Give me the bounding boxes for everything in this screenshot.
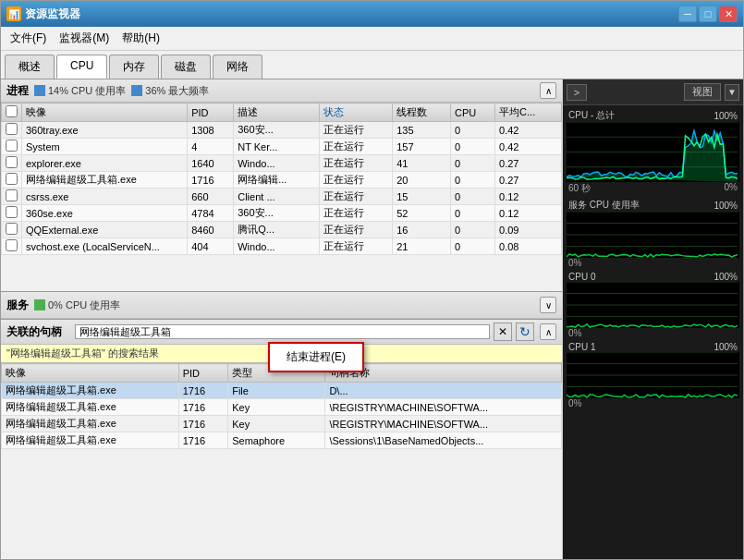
- col-desc[interactable]: 描述: [234, 103, 320, 122]
- process-collapse-button[interactable]: ∧: [540, 82, 556, 99]
- cpu0-chart: [567, 282, 739, 328]
- row-checkbox[interactable]: [2, 222, 22, 238]
- service-cpu-pct: 100%: [714, 201, 738, 211]
- row-h-image: 网络编辑超级工具箱.exe: [2, 432, 179, 449]
- row-checkbox[interactable]: [2, 238, 22, 255]
- col-pid[interactable]: PID: [188, 103, 234, 122]
- col-status[interactable]: 状态: [320, 103, 393, 122]
- menu-help[interactable]: 帮助(H): [116, 29, 165, 48]
- table-row[interactable]: 网络编辑超级工具箱.exe 1716 Key \REGISTRY\MACHINE…: [2, 399, 562, 416]
- cpu0-label: CPU 0: [568, 272, 595, 282]
- tab-disk[interactable]: 磁盘: [161, 55, 211, 79]
- search-clear-button[interactable]: ✕: [494, 323, 512, 341]
- col-h-pid[interactable]: PID: [178, 364, 227, 383]
- row-desc: NT Ker...: [234, 139, 320, 155]
- table-row[interactable]: System 4 NT Ker... 正在运行 157 0 0.42: [2, 139, 562, 155]
- table-row[interactable]: 网络编辑超级工具箱.exe 1716 Semaphore \Sessions\1…: [2, 432, 562, 449]
- select-all-checkbox[interactable]: [6, 105, 18, 117]
- cpu1-chart-block: CPU 1 100% 0%: [567, 342, 739, 408]
- search-refresh-button[interactable]: ↻: [516, 323, 534, 341]
- col-checkbox[interactable]: [2, 103, 22, 122]
- row-image: 360tray.exe: [22, 122, 188, 139]
- row-pid: 4784: [188, 205, 234, 222]
- menu-monitor[interactable]: 监视器(M): [54, 29, 115, 48]
- table-row[interactable]: explorer.exe 1640 Windo... 正在运行 41 0 0.2…: [2, 155, 562, 172]
- row-h-type: File: [228, 383, 325, 399]
- row-status: 正在运行: [320, 222, 393, 238]
- cpu-total-chart: [567, 122, 739, 182]
- expand-button[interactable]: >: [567, 84, 587, 101]
- col-h-image[interactable]: 映像: [2, 364, 179, 383]
- handles-search-input[interactable]: [75, 324, 490, 339]
- row-checkbox[interactable]: [2, 139, 22, 155]
- tab-memory[interactable]: 内存: [109, 55, 159, 79]
- service-cpu-label: 服务 CPU 使用率: [568, 199, 640, 212]
- view-dropdown-button[interactable]: ▼: [725, 84, 739, 101]
- maximize-button[interactable]: □: [699, 6, 717, 22]
- tab-overview[interactable]: 概述: [5, 55, 55, 79]
- row-cpu: 0: [450, 139, 494, 155]
- handles-collapse-button[interactable]: ∧: [540, 323, 556, 340]
- row-image: System: [22, 139, 188, 155]
- row-avg: 0.08: [495, 238, 562, 255]
- context-menu-end-process[interactable]: 结束进程(E): [272, 346, 360, 369]
- row-threads: 21: [393, 238, 451, 255]
- table-row[interactable]: 网络编辑超级工具箱.exe 1716 File D\...: [2, 383, 562, 399]
- service-cpu-label-row: 服务 CPU 使用率 100%: [567, 199, 739, 212]
- title-bar-left: 📊 资源监视器: [6, 6, 80, 22]
- handles-section-header[interactable]: 关联的句柄 ✕ ↻ ∧: [1, 320, 562, 345]
- tab-network[interactable]: 网络: [213, 55, 262, 79]
- cpu-total-label-row: CPU - 总计 100%: [567, 109, 739, 122]
- service-cpu-chart: [567, 212, 739, 258]
- row-avg: 0.27: [495, 172, 562, 189]
- row-avg: 0.09: [495, 222, 562, 238]
- tab-cpu[interactable]: CPU: [56, 55, 107, 79]
- col-threads[interactable]: 线程数: [393, 103, 451, 122]
- row-h-handle: \REGISTRY\MACHINE\SOFTWA...: [325, 416, 562, 432]
- process-title: 进程: [6, 83, 29, 99]
- col-avg[interactable]: 平均C...: [495, 103, 562, 122]
- menu-bar: 文件(F) 监视器(M) 帮助(H): [1, 27, 743, 51]
- cpu-total-footer-left: 60 秒: [568, 182, 591, 195]
- view-button[interactable]: 视图: [684, 83, 721, 101]
- table-row[interactable]: 网络编辑超级工具箱.exe 1716 Key \REGISTRY\MACHINE…: [2, 416, 562, 432]
- row-threads: 20: [393, 172, 451, 189]
- context-menu: 结束进程(E): [268, 342, 364, 372]
- table-row[interactable]: QQExternal.exe 8460 腾讯Q... 正在运行 16 0 0.0…: [2, 222, 562, 238]
- process-section-header[interactable]: 进程 14% CPU 使用率 36% 最大频率 ∧: [1, 79, 562, 103]
- row-h-image: 网络编辑超级工具箱.exe: [2, 383, 179, 399]
- process-table[interactable]: 映像 PID 描述 状态 线程数 CPU 平均C... 360tray.e: [1, 103, 562, 291]
- row-checkbox[interactable]: [2, 205, 22, 222]
- row-image: 360se.exe: [22, 205, 188, 222]
- table-row[interactable]: svchost.exe (LocalServiceN... 404 Windo.…: [2, 238, 562, 255]
- table-row[interactable]: 360se.exe 4784 360安... 正在运行 52 0 0.12: [2, 205, 562, 222]
- services-collapse-button[interactable]: ∨: [540, 297, 556, 313]
- title-controls: ─ □ ✕: [678, 6, 738, 22]
- table-row[interactable]: 360tray.exe 1308 360安... 正在运行 135 0 0.42: [2, 122, 562, 139]
- minimize-button[interactable]: ─: [678, 6, 697, 22]
- menu-file[interactable]: 文件(F): [5, 29, 52, 48]
- services-cpu-indicator: [34, 299, 45, 310]
- row-h-type: Key: [228, 416, 325, 432]
- cpu1-pct: 100%: [714, 342, 738, 352]
- table-row[interactable]: 网络编辑超级工具箱.exe 1716 网络编辑... 正在运行 20 0 0.2…: [2, 172, 562, 189]
- row-checkbox[interactable]: [2, 189, 22, 205]
- row-status: 正在运行: [320, 139, 393, 155]
- row-checkbox[interactable]: [2, 172, 22, 189]
- service-cpu-footer: 0%: [567, 258, 739, 268]
- row-cpu: 0: [450, 122, 494, 139]
- row-checkbox[interactable]: [2, 122, 22, 139]
- col-image[interactable]: 映像: [22, 103, 188, 122]
- col-cpu[interactable]: CPU: [450, 103, 494, 122]
- close-button[interactable]: ✕: [719, 6, 738, 22]
- row-status: 正在运行: [320, 172, 393, 189]
- row-h-image: 网络编辑超级工具箱.exe: [2, 416, 179, 432]
- main-window: 📊 资源监视器 ─ □ ✕ 文件(F) 监视器(M) 帮助(H) 概述 CPU …: [0, 0, 744, 560]
- row-checkbox[interactable]: [2, 155, 22, 172]
- cpu1-pct-low: 0%: [568, 398, 581, 408]
- services-section-header[interactable]: 服务 0% CPU 使用率 ∨: [1, 292, 562, 319]
- service-cpu-chart-block: 服务 CPU 使用率 100% 0%: [567, 199, 739, 268]
- table-row[interactable]: csrss.exe 660 Client ... 正在运行 15 0 0.12: [2, 189, 562, 205]
- handles-table[interactable]: 映像 PID 类型 句柄名称 网络编辑超级工具箱.exe 1716 File D…: [1, 363, 562, 559]
- cpu1-label-row: CPU 1 100%: [567, 342, 739, 352]
